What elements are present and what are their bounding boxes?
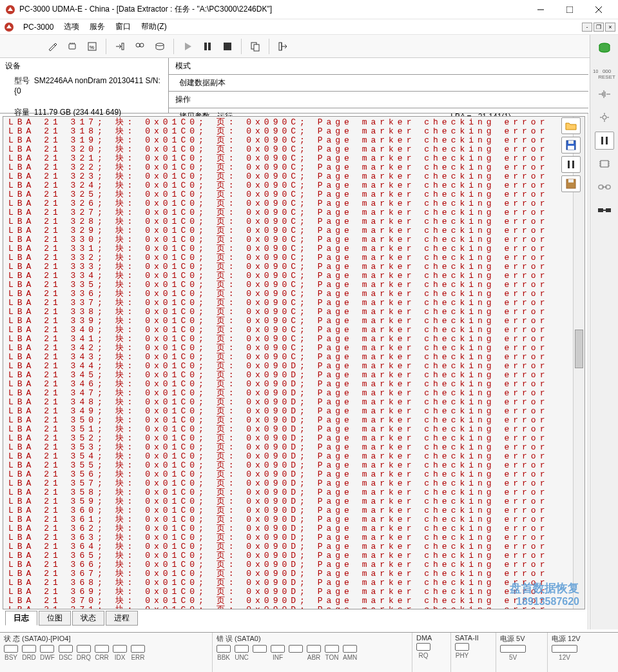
minimize-button[interactable] <box>526 1 555 19</box>
led-box <box>40 645 54 653</box>
right-sidebar: 10000RESET <box>590 35 618 629</box>
led-label: ABR <box>307 654 321 661</box>
led-box <box>235 645 249 653</box>
tab-log[interactable]: 日志 <box>5 611 37 626</box>
pw12-led: 12V <box>559 654 570 661</box>
tool-chip[interactable] <box>63 37 81 55</box>
log-line: LBA 21 358; 块: 0x01C0; 页: 0x090D; Page m… <box>8 488 568 497</box>
log-line: LBA 21 363; 块: 0x01C0; 页: 0x090D; Page m… <box>8 533 568 542</box>
log-line: LBA 21 356; 块: 0x01C0; 页: 0x090D; Page m… <box>8 470 568 479</box>
sata2-title: SATA-II <box>455 634 492 642</box>
side-chip-icon[interactable] <box>595 155 614 173</box>
side-plug-icon[interactable] <box>595 201 614 219</box>
model-label: 型号 <box>14 76 30 85</box>
tool-copy[interactable] <box>246 37 264 55</box>
log-line: LBA 21 321; 块: 0x01C0; 页: 0x090C; Page m… <box>8 154 568 163</box>
log-line: LBA 21 320; 块: 0x01C0; 页: 0x090C; Page m… <box>8 145 568 154</box>
inner-pause-icon[interactable] <box>561 156 581 173</box>
led-item: IDX <box>113 645 127 661</box>
side-sleep-icon[interactable] <box>595 108 614 126</box>
log-line: LBA 21 317; 块: 0x01C0; 页: 0x090C; Page m… <box>8 118 568 127</box>
side-reset-icon[interactable]: 10000RESET <box>595 62 614 80</box>
info-panels: 设备 型号 SM2246AA nonDram 20130411 S/N:{0 容… <box>0 58 588 114</box>
svg-rect-25 <box>601 137 603 144</box>
led-box <box>95 645 109 653</box>
log-line: LBA 21 360; 块: 0x01C0; 页: 0x090D; Page m… <box>8 506 568 515</box>
sata0-err-title: 错 误 (SATA0) <box>217 634 408 644</box>
svg-rect-31 <box>598 208 603 212</box>
menu-help[interactable]: 帮助(Z) <box>136 20 171 34</box>
tool-play[interactable] <box>179 37 197 55</box>
log-line: LBA 21 341; 块: 0x01C0; 页: 0x090C; Page m… <box>8 335 568 344</box>
app-small-icon <box>4 22 14 32</box>
led-box <box>343 645 357 653</box>
log-line: LBA 21 366; 块: 0x01C0; 页: 0x090D; Page m… <box>8 560 568 569</box>
mdi-close[interactable]: × <box>605 23 615 32</box>
status-pw5: 电源 5V 5V <box>496 633 548 672</box>
inner-savedisk-icon[interactable] <box>561 175 581 192</box>
svg-rect-22 <box>279 43 282 50</box>
menu-app[interactable]: PC-3000 <box>18 21 59 33</box>
tab-process[interactable]: 进程 <box>106 611 138 626</box>
pw12-title: 电源 12V <box>552 634 614 644</box>
dma-led: RQ <box>419 652 429 659</box>
mdi-restore[interactable]: ❐ <box>594 23 604 32</box>
window-title: PC-3000 UDMA-E - China - [Data Extractor… <box>19 4 526 15</box>
svg-rect-37 <box>568 161 570 168</box>
tool-find[interactable] <box>131 37 149 55</box>
tool-stop[interactable] <box>218 37 237 55</box>
side-pause-icon[interactable] <box>595 132 614 150</box>
inner-save-icon[interactable] <box>561 137 581 153</box>
side-speaker-icon[interactable] <box>595 85 614 103</box>
log-view[interactable]: LBA 21 317; 块: 0x01C0; 页: 0x090C; Page m… <box>3 116 585 609</box>
led-label: ERR <box>131 654 144 661</box>
pw5-led: 5V <box>509 654 517 661</box>
scroll-thumb[interactable] <box>575 330 583 368</box>
led-box <box>22 645 36 653</box>
tool-percent[interactable]: % <box>83 37 101 55</box>
tool-pause[interactable] <box>198 37 217 55</box>
tool-goto[interactable] <box>111 37 129 55</box>
log-line: LBA 21 332; 块: 0x01C0; 页: 0x090C; Page m… <box>8 253 568 262</box>
led-box <box>325 645 339 653</box>
svg-rect-2 <box>566 6 573 13</box>
menu-options[interactable]: 选项 <box>59 20 84 34</box>
led-box <box>77 645 91 653</box>
status-sata0-state: 状 态 (SATA0)-[PIO4] BSYDRDDWFDSCDRQCRRIDX… <box>0 633 213 672</box>
close-button[interactable] <box>584 1 613 19</box>
log-line: LBA 21 364; 块: 0x01C0; 页: 0x090D; Page m… <box>8 542 568 551</box>
led-item: DSC <box>59 645 73 661</box>
svg-rect-12 <box>122 43 124 50</box>
led-label: IDX <box>115 654 126 661</box>
tab-bitmap[interactable]: 位图 <box>39 611 71 626</box>
led-label: DSC <box>59 654 72 661</box>
led-item: AMN <box>343 645 357 661</box>
inner-folder-icon[interactable] <box>561 117 581 134</box>
svg-rect-32 <box>606 208 611 212</box>
device-header: 设备 <box>5 61 163 72</box>
led-box <box>217 645 231 653</box>
maximize-button[interactable] <box>555 1 584 19</box>
led-item <box>253 645 267 661</box>
status-sata2: SATA-II PHY <box>451 633 496 672</box>
side-link-icon[interactable] <box>595 178 614 196</box>
side-disk-icon[interactable] <box>595 39 614 57</box>
menu-service[interactable]: 服务 <box>84 20 110 34</box>
tool-settings[interactable] <box>43 37 61 55</box>
log-line: LBA 21 343; 块: 0x01C0; 页: 0x090C; Page m… <box>8 353 568 362</box>
log-line: LBA 21 337; 块: 0x01C0; 页: 0x090C; Page m… <box>8 299 568 308</box>
tab-status[interactable]: 状态 <box>72 611 104 626</box>
led-box <box>307 645 321 653</box>
op-header: 操作 <box>175 94 191 105</box>
mdi-minimize[interactable]: - <box>582 23 592 32</box>
tool-exit[interactable] <box>274 37 292 55</box>
tool-disk[interactable] <box>151 37 169 55</box>
device-panel: 设备 型号 SM2246AA nonDram 20130411 S/N:{0 容… <box>0 58 169 113</box>
led-item <box>289 645 303 661</box>
led-item: CRR <box>95 645 109 661</box>
led-box <box>4 645 18 653</box>
led-item: ABR <box>307 645 321 661</box>
menu-window[interactable]: 窗口 <box>110 20 136 34</box>
log-line: LBA 21 365; 块: 0x01C0; 页: 0x090D; Page m… <box>8 551 568 560</box>
log-line: LBA 21 353; 块: 0x01C0; 页: 0x090D; Page m… <box>8 443 568 452</box>
